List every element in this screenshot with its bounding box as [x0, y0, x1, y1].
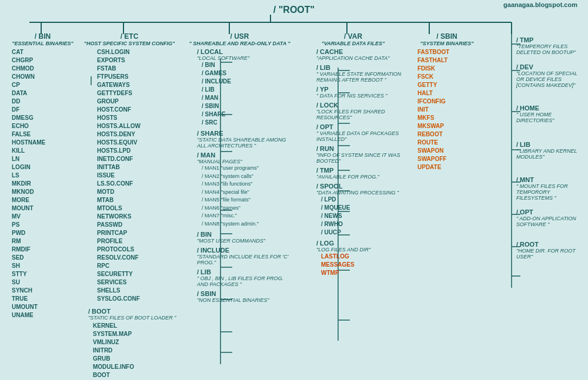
right-tmp-desc: "TEMPERORY FILES DELETED ON BOOTUP": [516, 43, 584, 55]
var-title: / VAR: [305, 32, 402, 41]
right-lib-desc: " LIBRARY AND KERNEL MODULES": [516, 148, 584, 160]
right-root-desc: "HOME DIR. FOR ROOT USER": [516, 248, 584, 260]
usr-lib-desc: " OBJ , BIN , LIB FILES FOR PROG. AND PA…: [197, 275, 294, 287]
etc-title: / ETC: [82, 32, 176, 41]
boot-title: / BOOT: [88, 308, 176, 315]
usr-lib-title: / LIB: [197, 268, 294, 275]
bin-title: / BIN: [12, 32, 74, 41]
spool-items: / LPD/ MQUEUE/ NEWS/ RWHO/ UUCP: [321, 196, 402, 237]
right-tmp: / TMP "TEMPERORY FILES DELETED ON BOOTUP…: [516, 36, 584, 55]
yp-desc: " DATA FOR NIS SERVICES ": [316, 93, 402, 99]
var-lib-title: / LIB: [316, 64, 402, 71]
var-opt-title: / OPT: [316, 123, 402, 130]
right-mnt-desc: " MOUNT FILES FOR TEMPORORY FILESYSTEMS …: [516, 183, 584, 201]
right-tmp-title: / TMP: [516, 36, 584, 43]
boot-section: / BOOT "STATIC FILES OF BOOT LOADER " KE…: [88, 308, 176, 379]
share-title: / SHARE: [197, 130, 294, 137]
var-lock: / LOCK "LOCK FILES FOR SHARED RESOURCES": [316, 102, 402, 120]
var-yp: / YP " DATA FOR NIS SERVICES ": [316, 86, 402, 99]
usr-sbin: / SBIN "NON ESSENTIAL BINARIES": [197, 290, 294, 303]
bin-desc: "ESSENTIAL BINARIES": [12, 41, 74, 46]
right-mnt-title: / MNT: [516, 176, 584, 183]
var-run: / RUN "INFO OF SYSTEM SINCE IT WAS BOOTE…: [316, 145, 402, 164]
bin-section: / BIN "ESSENTIAL BINARIES" CATCHGRPCHMOD…: [12, 32, 74, 320]
usr-bin-title: / BIN: [197, 231, 294, 238]
cache-title: / CACHE: [316, 48, 402, 55]
cache-desc: "APPLICATION CACHE DATA": [316, 55, 402, 61]
page-container: / "ROOT" / BIN "ESSENTIAL BINARIES" CATC…: [0, 0, 588, 380]
usr-include: / INCLUDE "STANDARD INCLUDE FILES FOR 'C…: [197, 247, 294, 265]
include-desc: "STANDARD INCLUDE FILES FOR 'C' PROG.": [197, 254, 294, 265]
usr-man: / MAN "MANUAL PAGES" / MAN1 "user progra…: [197, 152, 294, 228]
run-desc: "INFO OF SYSTEM SINCE IT WAS BOOTED": [316, 152, 402, 164]
etc-files: CSH.LOGINEXPORTSFSTABFTPUSERSGATEWAYSGET…: [97, 48, 176, 303]
var-opt-desc: " VARIABLE DATA OF PACKAGES INSTALLED": [316, 130, 402, 142]
right-lib-title: / LIB: [516, 141, 584, 148]
include-title: / INCLUDE: [197, 247, 294, 254]
lock-desc: "LOCK FILES FOR SHARED RESOURCES": [316, 109, 402, 120]
var-spool: / SPOOL "DATA AWAITING PROCESSING " / LP…: [316, 183, 402, 237]
right-dev-desc: "LOCATION OF SPECIAL OR DEVICE FILES [CO…: [516, 70, 584, 88]
usr-local: / LOCAL "LOCAL SOFTWARE" / BIN/ GAMES/ I…: [197, 48, 294, 127]
boot-files: KERNELSYSTEM.MAPVMLINUZINITRDGRUBMODULE.…: [93, 322, 176, 379]
var-desc: "VARIABLE DATA FILES": [305, 41, 402, 46]
var-tmp-title: / TMP: [316, 167, 402, 174]
log-title: / LOG: [316, 240, 402, 247]
right-root: / ROOT "HOME DIR. FOR ROOT USER": [516, 241, 584, 260]
var-log: / LOG "LOG FILES AND DIR" LASTLOGMESSAGE…: [316, 240, 402, 277]
watermark: gaanagaa.blogspot.com: [503, 1, 577, 8]
log-items: LASTLOGMESSAGESWTMP: [321, 253, 402, 277]
man-desc: "MANUAL PAGES": [197, 159, 294, 164]
usr-share: / SHARE "STATIC DATA SHAREABLE AMONG ALL…: [197, 130, 294, 149]
spool-title: / SPOOL: [316, 183, 402, 190]
right-mnt: / MNT " MOUNT FILES FOR TEMPORORY FILESY…: [516, 176, 584, 201]
usr-bin-desc: "MOST USER COMMANDS": [197, 238, 294, 244]
etc-section: / ETC "HOST SPECIFIC SYSTEM CONFIG" CSH.…: [82, 32, 176, 380]
run-title: / RUN: [316, 145, 402, 152]
sbin-section: / SBIN "SYSTEM BINARIES" FASTBOOTFASTHAL…: [409, 32, 485, 171]
log-desc: "LOG FILES AND DIR": [316, 247, 402, 253]
local-title: / LOCAL: [197, 48, 294, 55]
boot-desc: "STATIC FILES OF BOOT LOADER ": [88, 315, 176, 321]
right-home-desc: " USER HOME DIRECTORIES": [516, 112, 584, 123]
sbin-desc: "SYSTEM BINARIES": [409, 41, 485, 46]
var-lib-desc: " VARIABLE STATE INFORMATION REMAINS AFT…: [316, 71, 402, 83]
right-root-title: / ROOT: [516, 241, 584, 248]
share-desc: "STATIC DATA SHAREABLE AMONG ALL ARCHITE…: [197, 137, 294, 149]
yp-title: / YP: [316, 86, 402, 93]
usr-title: / USR: [185, 32, 294, 41]
usr-section: / USR " SHAREABLE AND READ-ONLY DATA " /…: [185, 32, 294, 303]
var-tmp: / TMP "AVAILABLE FOR PROG.": [316, 167, 402, 180]
usr-lib: / LIB " OBJ , BIN , LIB FILES FOR PROG. …: [197, 268, 294, 287]
content-layer: / "ROOT" / BIN "ESSENTIAL BINARIES" CATC…: [0, 0, 588, 15]
var-cache: / CACHE "APPLICATION CACHE DATA": [316, 48, 402, 61]
lock-title: / LOCK: [316, 102, 402, 109]
local-items: / BIN/ GAMES/ INCLUDE/ LIB/ MAN/ SBIN/ S…: [202, 61, 294, 127]
root-title: / "ROOT": [0, 0, 588, 15]
right-opt-title: / OPT: [516, 209, 584, 216]
man-title: / MAN: [197, 152, 294, 159]
right-dev-title: / DEV: [516, 63, 584, 70]
man-items: / MAN1 "user programs" / MAN2 "system ca…: [202, 164, 294, 228]
right-opt: / OPT " ADD-ON APPLICATION SOFTWARE ": [516, 209, 584, 227]
usr-desc: " SHAREABLE AND READ-ONLY DATA ": [185, 41, 294, 46]
var-section: / VAR "VARIABLE DATA FILES" / CACHE "APP…: [305, 32, 402, 277]
sbin-files: FASTBOOTFASTHALTFDISKFSCKGETTYHALTIFCONF…: [417, 48, 485, 171]
local-desc: "LOCAL SOFTWARE": [197, 55, 294, 61]
var-lib: / LIB " VARIABLE STATE INFORMATION REMAI…: [316, 64, 402, 83]
sbin-title: / SBIN: [409, 32, 485, 41]
spool-desc: "DATA AWAITING PROCESSING ": [316, 190, 402, 196]
var-tmp-desc: "AVAILABLE FOR PROG.": [316, 174, 402, 180]
bin-files: CATCHGRPCHMODCHOWNCPDATADDDFDMESGECHOFAL…: [12, 48, 74, 320]
right-dev: / DEV "LOCATION OF SPECIAL OR DEVICE FIL…: [516, 63, 584, 88]
usr-bin: / BIN "MOST USER COMMANDS": [197, 231, 294, 244]
etc-desc: "HOST SPECIFIC SYSTEM CONFIG": [82, 41, 176, 46]
usr-sbin-desc: "NON ESSENTIAL BINARIES": [197, 297, 294, 303]
var-opt: / OPT " VARIABLE DATA OF PACKAGES INSTAL…: [316, 123, 402, 142]
usr-sbin-title: / SBIN: [197, 290, 294, 297]
right-home-title: / HOME: [516, 105, 584, 112]
right-home: / HOME " USER HOME DIRECTORIES": [516, 105, 584, 123]
right-lib: / LIB " LIBRARY AND KERNEL MODULES": [516, 141, 584, 160]
right-opt-desc: " ADD-ON APPLICATION SOFTWARE ": [516, 216, 584, 227]
